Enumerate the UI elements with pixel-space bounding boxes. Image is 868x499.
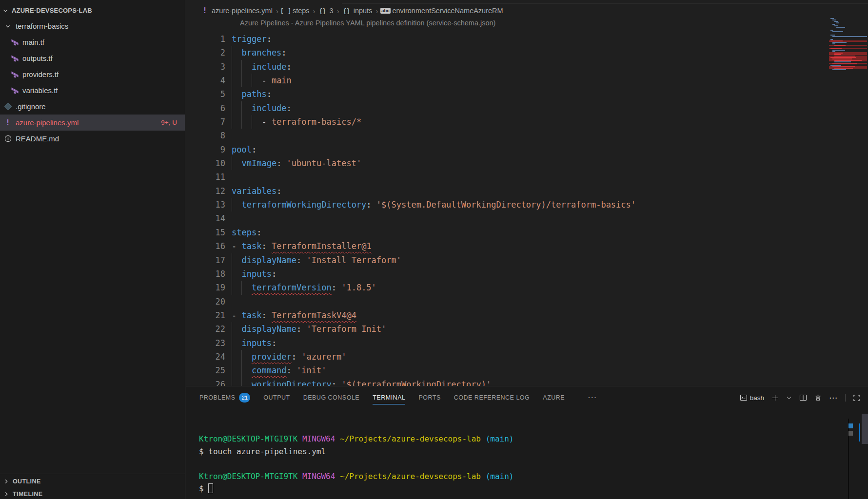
code-token: main: [272, 76, 292, 85]
terminal-line: Ktron@DESKTOP-MTGI9TK MINGW64 ~/Projects…: [199, 470, 839, 483]
terraform-icon: [11, 71, 19, 78]
minimap[interactable]: [829, 18, 867, 72]
breadcrumb-label: azure-pipelines.yml: [212, 7, 273, 15]
line-number: 8: [186, 129, 225, 142]
line-content: terraformVersion: '1.8.5': [232, 281, 376, 294]
explorer-root-header[interactable]: AZURE-DEVSECOPS-LAB: [0, 0, 185, 18]
line-content: include:: [232, 101, 292, 115]
workspace-title: AZURE-DEVSECOPS-LAB: [12, 7, 92, 14]
code-line-14: 14: [186, 211, 825, 225]
code-line-6: 6include:: [186, 101, 825, 115]
panel-tabs-overflow-button[interactable]: ···: [588, 393, 597, 402]
kill-terminal-button[interactable]: [814, 394, 822, 402]
file-row-variables.tf[interactable]: variables.tf: [0, 82, 185, 98]
code-token: variables: [232, 186, 276, 196]
code-editor[interactable]: 1trigger:2branches:3include:4- main5path…: [186, 32, 825, 386]
panel-tab-code-reference-log[interactable]: CODE REFERENCE LOG: [454, 386, 530, 409]
minimap-line: [834, 60, 862, 61]
line-content: pool:: [232, 143, 256, 156]
code-line-2: 2branches:: [186, 46, 825, 59]
file-row-README.md[interactable]: README.md: [0, 131, 185, 147]
code-line-7: 7- terraform-basics/*: [186, 115, 825, 129]
minimap-line: [830, 48, 842, 49]
breadcrumb-label: steps: [293, 7, 310, 15]
indent-guide: [241, 350, 251, 364]
file-row-main.tf[interactable]: main.tf: [0, 34, 185, 50]
panel-more-actions-button[interactable]: ⋯: [829, 393, 838, 403]
terraform-icon: [11, 55, 19, 62]
file-row-providers.tf[interactable]: providers.tf: [0, 66, 185, 82]
line-content: - task: TerraformTaskV4@4: [232, 308, 356, 322]
terminal-dropdown-button[interactable]: [786, 395, 792, 401]
split-terminal-button[interactable]: [799, 394, 807, 402]
chevron-down-icon: [4, 22, 12, 30]
shell-selector[interactable]: bash: [740, 394, 764, 402]
minimap-line: [834, 68, 853, 69]
minimap-line: [832, 36, 867, 37]
minimap-line: [834, 21, 838, 22]
terraform-icon: [11, 38, 19, 46]
line-number: 3: [186, 60, 225, 74]
line-number: 21: [186, 308, 225, 322]
code-token: inputs: [241, 338, 271, 348]
code-line-12: 12variables:: [186, 184, 825, 198]
line-number: 5: [186, 87, 225, 101]
code-token: include: [252, 62, 287, 72]
outline-section-header[interactable]: OUTLINE: [0, 474, 185, 489]
line-content: displayName: 'Install Terraform': [232, 253, 401, 267]
new-terminal-button[interactable]: [771, 394, 779, 402]
maximize-panel-button[interactable]: [853, 394, 860, 402]
line-number: 20: [186, 295, 225, 308]
error-token: terraformVersion: [252, 283, 332, 292]
breadcrumb-item[interactable]: [ ]steps: [282, 7, 310, 15]
line-content: provider: 'azurerm': [232, 350, 346, 364]
breadcrumb-item[interactable]: {}3: [319, 7, 334, 15]
panel-tab-terminal[interactable]: TERMINAL: [373, 386, 405, 409]
file-label: outputs.tf: [22, 54, 53, 62]
file-label: main.tf: [22, 38, 44, 46]
line-content: inputs:: [232, 267, 276, 281]
breadcrumb-item[interactable]: !azure-pipelines.yml: [201, 7, 273, 15]
code-line-16: 16- task: TerraformInstaller@1: [186, 239, 825, 253]
code-token: steps: [232, 228, 256, 237]
terminal[interactable]: Ktron@DESKTOP-MTGI9TK MINGW64 ~/Projects…: [199, 433, 839, 499]
panel-tab-debug-console[interactable]: DEBUG CONSOLE: [303, 386, 360, 409]
minimap-line: [832, 42, 847, 43]
code-token: task: [241, 241, 261, 251]
code-line-21: 21- task: TerraformTaskV4@4: [186, 308, 825, 322]
file-row-.gitignore[interactable]: .gitignore: [0, 98, 185, 115]
breadcrumb-item[interactable]: abcenvironmentServiceNameAzureRM: [381, 7, 503, 15]
vscode-window: AZURE-DEVSECOPS-LAB terraform-basicsmain…: [0, 0, 868, 499]
indent-guide: [232, 378, 241, 386]
minimap-line: [834, 25, 838, 26]
indent-guide: [232, 60, 241, 74]
terminal-scrollbar[interactable]: [862, 414, 868, 444]
line-number: 22: [186, 322, 225, 336]
timeline-section-header[interactable]: TIMELINE: [0, 489, 185, 499]
line-number: 10: [186, 156, 225, 170]
indent-guide: [252, 115, 261, 129]
line-number: 26: [186, 378, 225, 386]
terminal-gutter-border: [848, 419, 849, 499]
indent-guide: [232, 322, 241, 336]
panel-tab-azure[interactable]: AZURE: [543, 386, 565, 409]
code-line-23: 23inputs:: [186, 336, 825, 350]
code-token: :: [292, 352, 301, 362]
panel-tab-ports[interactable]: PORTS: [418, 386, 440, 409]
file-label: README.md: [16, 134, 59, 143]
panel-tab-label: CODE REFERENCE LOG: [454, 394, 530, 401]
panel-tab-label: PORTS: [418, 394, 440, 401]
folder-row-terraform-basics[interactable]: terraform-basics: [0, 18, 185, 34]
file-row-azure-pipelines.yml[interactable]: !azure-pipelines.yml9+, U: [0, 115, 185, 131]
indent-guide: [232, 364, 241, 377]
error-token: TerraformInstaller@1: [272, 241, 372, 251]
breadcrumb-item[interactable]: {}inputs: [343, 7, 373, 15]
line-number: 18: [186, 267, 225, 281]
minimap-line: [832, 31, 843, 32]
panel-tab-problems[interactable]: PROBLEMS21: [199, 386, 250, 409]
panel-tab-output[interactable]: OUTPUT: [263, 386, 290, 409]
terminal-icon: [740, 394, 748, 402]
file-label: providers.tf: [22, 70, 59, 78]
file-row-outputs.tf[interactable]: outputs.tf: [0, 50, 185, 66]
code-line-20: 20: [186, 295, 825, 308]
